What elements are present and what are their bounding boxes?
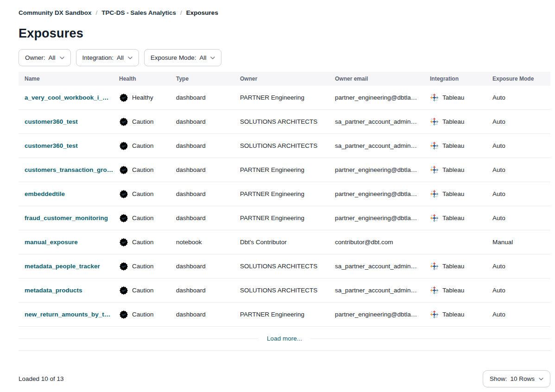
health-status-icon bbox=[119, 117, 128, 126]
type-cell: notebook bbox=[170, 239, 234, 246]
name-cell: customer360_test bbox=[19, 118, 113, 125]
integration-filter-dropdown[interactable]: Integration: All bbox=[76, 49, 139, 66]
tableau-icon bbox=[430, 190, 439, 198]
exposure-name-link[interactable]: customer360_test bbox=[25, 142, 78, 149]
load-more-link[interactable]: Load more... bbox=[259, 335, 310, 342]
integration-cell: Tableau bbox=[424, 286, 486, 295]
health-status-icon bbox=[119, 238, 128, 247]
breadcrumb: Community DX Sandbox / TPC-DS - Sales An… bbox=[19, 0, 550, 16]
type-label: dashboard bbox=[176, 142, 206, 149]
owner-cell: PARTNER Engineering bbox=[234, 166, 329, 173]
health-label: Caution bbox=[132, 215, 154, 221]
divider bbox=[19, 338, 259, 339]
owner-filter-dropdown[interactable]: Owner: All bbox=[19, 49, 71, 66]
type-cell: dashboard bbox=[170, 142, 234, 149]
integration-cell: Tableau bbox=[424, 262, 486, 271]
integration-label: Tableau bbox=[442, 142, 464, 149]
owner-email-cell: sa_partner_account_admin… bbox=[329, 118, 424, 125]
owner-cell: SOLUTIONS ARCHITECTS bbox=[234, 263, 329, 270]
mode-cell: Auto bbox=[486, 166, 550, 173]
type-cell: dashboard bbox=[170, 166, 234, 173]
mode-cell: Auto bbox=[486, 263, 550, 270]
tableau-icon bbox=[430, 117, 439, 126]
exposure-name-link[interactable]: fraud_customer_monitoring bbox=[25, 215, 108, 221]
filter-bar: Owner: All Integration: All Exposure Mod… bbox=[19, 49, 550, 66]
owner-email-label: sa_partner_account_admin… bbox=[335, 118, 417, 125]
table-row: new_return_amounts_by_t… Caution dashboa… bbox=[19, 303, 550, 327]
owner-label: PARTNER Engineering bbox=[240, 94, 304, 101]
breadcrumb-separator: / bbox=[96, 9, 98, 16]
show-value: 10 Rows bbox=[510, 375, 535, 382]
type-label: dashboard bbox=[176, 215, 206, 221]
exposure-name-link[interactable]: customer360_test bbox=[25, 118, 78, 125]
integration-cell: Tableau bbox=[424, 141, 486, 150]
tableau-icon bbox=[430, 141, 439, 150]
type-cell: dashboard bbox=[170, 287, 234, 294]
exposure-name-link[interactable]: manual_exposure bbox=[25, 239, 78, 246]
type-cell: dashboard bbox=[170, 263, 234, 270]
integration-label: Tableau bbox=[442, 190, 464, 197]
chevron-down-icon bbox=[539, 378, 543, 380]
owner-email-cell: partner_engineering@dbtla… bbox=[329, 215, 424, 221]
integration-cell: Tableau bbox=[424, 165, 486, 174]
owner-email-cell: partner_engineering@dbtla… bbox=[329, 94, 424, 101]
tableau-icon bbox=[430, 165, 439, 174]
exposure-name-link[interactable]: new_return_amounts_by_t… bbox=[25, 311, 110, 318]
exposure-name-link[interactable]: embeddedtile bbox=[25, 190, 65, 197]
mode-cell: Auto bbox=[486, 311, 550, 318]
exposure-name-link[interactable]: metadata_people_tracker bbox=[25, 263, 100, 270]
mode-label: Manual bbox=[492, 239, 513, 246]
breadcrumb-item-package[interactable]: TPC-DS - Sales Analytics bbox=[101, 9, 176, 16]
type-cell: dashboard bbox=[170, 215, 234, 221]
exposure-mode-filter-dropdown[interactable]: Exposure Mode: All bbox=[144, 49, 221, 66]
health-label: Caution bbox=[132, 118, 154, 125]
owner-email-cell: sa_partner_account_admin… bbox=[329, 263, 424, 270]
owner-email-label: contributor@dbt.com bbox=[335, 239, 393, 246]
integration-label: Tableau bbox=[442, 94, 464, 101]
exposure-name-link[interactable]: a_very_cool_workbook_i_… bbox=[25, 94, 109, 101]
owner-email-cell: partner_engineering@dbtla… bbox=[329, 190, 424, 197]
health-cell: Caution bbox=[113, 141, 170, 151]
page-title: Exposures bbox=[19, 26, 550, 41]
tableau-icon bbox=[430, 93, 439, 102]
table-row: fraud_customer_monitoring Caution dashbo… bbox=[19, 206, 550, 230]
integration-label: Tableau bbox=[442, 215, 464, 221]
mode-label: Auto bbox=[492, 263, 505, 270]
breadcrumb-item-project[interactable]: Community DX Sandbox bbox=[19, 9, 92, 16]
owner-cell: SOLUTIONS ARCHITECTS bbox=[234, 118, 329, 125]
mode-cell: Manual bbox=[486, 239, 550, 246]
mode-label: Auto bbox=[492, 287, 505, 294]
exposure-name-link[interactable]: metadata_products bbox=[25, 287, 82, 294]
name-cell: a_very_cool_workbook_i_… bbox=[19, 94, 113, 101]
name-cell: metadata_products bbox=[19, 287, 113, 294]
integration-cell: Tableau bbox=[424, 310, 486, 319]
divider bbox=[310, 338, 550, 339]
filter-value: All bbox=[199, 54, 206, 61]
mode-cell: Auto bbox=[486, 94, 550, 101]
exposure-name-link[interactable]: customers_transaction_gro… bbox=[25, 166, 113, 173]
owner-label: PARTNER Engineering bbox=[240, 190, 304, 197]
filter-label: Owner: bbox=[25, 54, 45, 61]
integration-label: Tableau bbox=[442, 263, 464, 270]
integration-label: Tableau bbox=[442, 166, 464, 173]
owner-cell: PARTNER Engineering bbox=[234, 190, 329, 197]
column-header-exposure-mode: Exposure Mode bbox=[486, 76, 550, 82]
chevron-down-icon bbox=[210, 57, 215, 59]
health-label: Caution bbox=[132, 311, 154, 318]
name-cell: manual_exposure bbox=[19, 239, 113, 246]
owner-label: PARTNER Engineering bbox=[240, 166, 304, 173]
owner-email-cell: contributor@dbt.com bbox=[329, 239, 424, 246]
mode-label: Auto bbox=[492, 215, 505, 221]
breadcrumb-item-current: Exposures bbox=[186, 9, 218, 16]
column-header-owner: Owner bbox=[234, 76, 329, 82]
type-label: dashboard bbox=[176, 166, 206, 173]
health-status-icon bbox=[119, 310, 128, 319]
health-cell: Caution bbox=[113, 214, 170, 223]
name-cell: new_return_amounts_by_t… bbox=[19, 311, 113, 318]
rows-per-page-dropdown[interactable]: Show: 10 Rows bbox=[483, 370, 550, 387]
health-status-icon bbox=[119, 214, 128, 223]
health-label: Caution bbox=[132, 142, 154, 149]
column-header-owner-email: Owner email bbox=[329, 76, 424, 82]
loaded-count-text: Loaded 10 of 13 bbox=[19, 375, 64, 382]
name-cell: customers_transaction_gro… bbox=[19, 166, 113, 173]
